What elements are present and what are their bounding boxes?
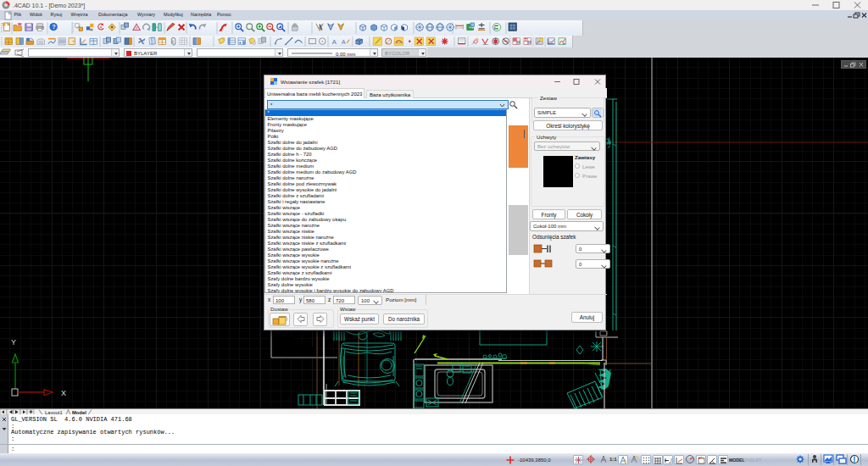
svg-text:A: A <box>332 38 337 46</box>
svg-text:H: H <box>517 40 520 45</box>
svg-text:+: + <box>562 41 565 46</box>
svg-text:A: A <box>342 39 346 45</box>
svg-text:H: H <box>528 40 531 45</box>
svg-text:X: X <box>61 389 66 397</box>
svg-text:Y: Y <box>11 338 16 347</box>
svg-text:.4CAD 10.1 - [Demo 2023*]: .4CAD 10.1 - [Demo 2023*] <box>13 3 85 9</box>
svg-text:Wstawianie szafek [1721]: Wstawianie szafek [1721] <box>281 79 340 85</box>
svg-text:+: + <box>239 40 242 45</box>
svg-text:0.00 mm: 0.00 mm <box>336 52 355 57</box>
svg-text:?: ? <box>52 24 55 30</box>
